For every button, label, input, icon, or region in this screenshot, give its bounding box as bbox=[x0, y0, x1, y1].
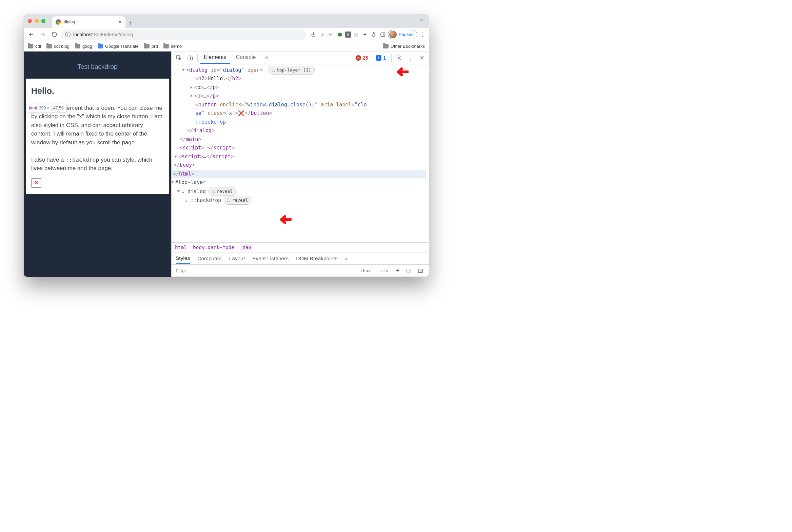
minimize-window[interactable] bbox=[35, 19, 39, 23]
side-panel-icon[interactable] bbox=[379, 31, 387, 38]
crumb-body[interactable]: body.dark-mode bbox=[193, 245, 234, 250]
cls-toggle[interactable]: .cls bbox=[376, 267, 390, 274]
extensions-puzzle-icon[interactable]: ✦ bbox=[362, 31, 369, 38]
close-window[interactable] bbox=[28, 19, 32, 23]
address-bar[interactable]: i localhost:8080/demo/dialog bbox=[61, 30, 307, 40]
toggle-sidebar-icon[interactable] bbox=[416, 266, 425, 275]
crumb-nav[interactable]: nav bbox=[240, 244, 253, 251]
styles-pane-icon[interactable] bbox=[404, 266, 413, 275]
styles-filter-bar: :hov .cls ＋ bbox=[171, 265, 429, 277]
extension-grid-icon[interactable]: ▦ bbox=[353, 31, 360, 38]
info-count[interactable]: i1 bbox=[373, 54, 389, 62]
profile-label: Paused bbox=[399, 32, 413, 37]
svg-rect-1 bbox=[381, 33, 385, 36]
tooltip-tag: html bbox=[29, 106, 37, 111]
dialog-close-button[interactable]: ✕ bbox=[31, 178, 41, 188]
devtools-close-icon[interactable]: ✕ bbox=[417, 54, 426, 62]
dialog-element: Hello. I'm a dialog element that is open… bbox=[26, 79, 169, 194]
bookmark-goog[interactable]: goog bbox=[75, 44, 92, 49]
tabs-menu-icon[interactable] bbox=[419, 18, 424, 24]
tab-title: dialog bbox=[64, 20, 75, 24]
styles-tab-dom-breakpoints[interactable]: DOM Breakpoints bbox=[296, 255, 337, 262]
toolbar: i localhost:8080/demo/dialog ☆ ✂ ⬢ n ▦ ✦… bbox=[24, 28, 429, 41]
dialog-heading: Hello. bbox=[31, 85, 164, 98]
site-info-icon[interactable]: i bbox=[65, 32, 71, 37]
devtools-kebab-icon[interactable]: ⋮ bbox=[406, 54, 415, 62]
crumb-html[interactable]: html bbox=[175, 245, 187, 250]
bookmark-cdt-blog[interactable]: cdt blog bbox=[47, 44, 70, 49]
settings-gear-icon[interactable] bbox=[394, 54, 403, 62]
svg-rect-6 bbox=[407, 269, 411, 272]
styles-tabs: Styles Computed Layout Event Listeners D… bbox=[171, 252, 429, 265]
styles-tab-layout[interactable]: Layout bbox=[229, 255, 245, 262]
styles-tab-styles[interactable]: Styles bbox=[176, 255, 190, 264]
styles-filter-input[interactable] bbox=[176, 268, 235, 273]
new-tab-button[interactable]: + bbox=[126, 18, 135, 28]
nav-forward-button bbox=[38, 30, 48, 39]
page-viewport: Test backdrop Hello. I'm a dialog elemen… bbox=[24, 52, 171, 277]
hov-toggle[interactable]: :hov bbox=[358, 267, 373, 274]
styles-tab-more[interactable]: » bbox=[345, 255, 348, 262]
kebab-menu-icon[interactable]: ⋮ bbox=[419, 31, 426, 38]
scissors-icon[interactable]: ✂ bbox=[328, 31, 335, 38]
zoom-window[interactable] bbox=[41, 19, 45, 23]
extension-n-icon[interactable]: n bbox=[345, 32, 351, 38]
device-toggle-icon[interactable] bbox=[186, 54, 195, 62]
tab-console[interactable]: Console bbox=[233, 52, 259, 64]
inspect-icon[interactable] bbox=[174, 54, 183, 62]
star-icon[interactable]: ☆ bbox=[319, 31, 326, 38]
reload-button[interactable] bbox=[50, 30, 59, 39]
browser-tab[interactable]: dialog ✕ bbox=[52, 16, 126, 28]
top-layer-badge[interactable]: top-layer (1) bbox=[269, 66, 315, 75]
favicon bbox=[56, 19, 61, 25]
svg-point-5 bbox=[398, 57, 400, 59]
tooltip-dimensions: 399 × 147.59 bbox=[39, 106, 64, 111]
devtools: Elements Console » ✕25 i1 ⋮ ✕ <dialog id… bbox=[171, 52, 429, 277]
browser-window: dialog ✕ + i localhost:8080/demo/dialog … bbox=[24, 14, 429, 277]
close-tab-icon[interactable]: ✕ bbox=[118, 20, 122, 25]
bookmarks-bar: cdt cdt blog goog Google Translate prd d… bbox=[24, 41, 429, 52]
elements-tree[interactable]: <dialog id="dialog" open> top-layer (1) … bbox=[171, 64, 429, 242]
reveal-badge-backdrop[interactable]: reveal bbox=[224, 196, 251, 205]
tab-strip: dialog ✕ + bbox=[24, 14, 429, 28]
inspect-tooltip: html 399 × 147.59 bbox=[26, 104, 67, 112]
tab-more[interactable]: » bbox=[262, 52, 272, 64]
profile-chip[interactable]: Paused bbox=[388, 30, 417, 39]
devtools-toolbar: Elements Console » ✕25 i1 ⋮ ✕ bbox=[171, 52, 429, 64]
styles-tab-computed[interactable]: Computed bbox=[197, 255, 222, 262]
nav-back-button[interactable] bbox=[26, 30, 36, 39]
avatar bbox=[389, 31, 397, 38]
dialog-paragraph-2: I also have a ::backdrop you can style, … bbox=[31, 155, 164, 173]
extension-green-icon[interactable]: ⬢ bbox=[336, 31, 344, 38]
divider bbox=[381, 43, 381, 50]
url-text: localhost:8080/demo/dialog bbox=[73, 32, 133, 37]
traffic-lights bbox=[28, 14, 52, 28]
breadcrumb[interactable]: html body.dark-mode nav bbox=[171, 242, 429, 252]
share-icon[interactable] bbox=[310, 31, 317, 38]
callout-arrow-icon bbox=[277, 214, 292, 228]
new-style-rule-icon[interactable]: ＋ bbox=[393, 266, 402, 275]
bookmark-prd[interactable]: prd bbox=[144, 44, 158, 49]
bookmark-google-translate[interactable]: Google Translate bbox=[98, 44, 139, 49]
test-backdrop-button[interactable]: Test backdrop bbox=[24, 52, 171, 79]
other-bookmarks[interactable]: Other Bookmarks bbox=[383, 44, 425, 49]
reveal-badge-dialog[interactable]: reveal bbox=[208, 187, 236, 196]
labs-flask-icon[interactable] bbox=[370, 31, 378, 38]
bookmark-demo[interactable]: demo bbox=[163, 44, 182, 49]
styles-tab-listeners[interactable]: Event Listeners bbox=[252, 255, 289, 262]
tab-elements[interactable]: Elements bbox=[200, 52, 230, 64]
error-count[interactable]: ✕25 bbox=[353, 54, 371, 62]
bookmark-cdt[interactable]: cdt bbox=[28, 44, 41, 49]
